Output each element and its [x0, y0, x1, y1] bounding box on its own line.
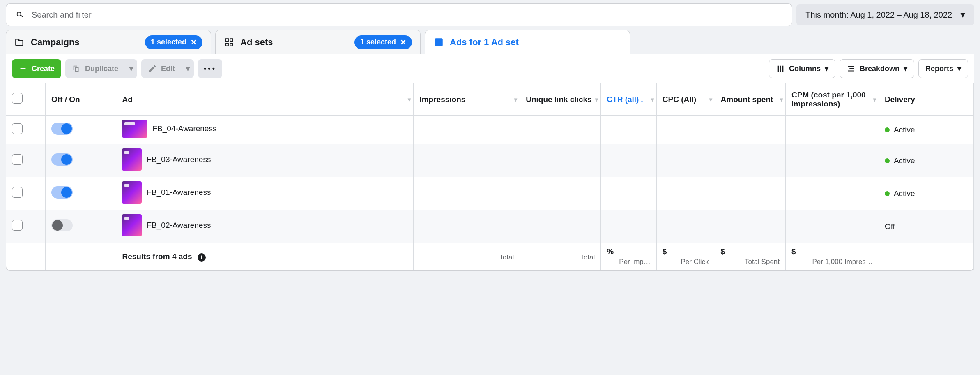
chevron-down-icon: ▾	[904, 64, 907, 73]
checkbox[interactable]	[12, 123, 23, 134]
reports-button[interactable]: Reports ▾	[918, 59, 968, 78]
columns-icon	[776, 64, 785, 73]
checkbox[interactable]	[12, 187, 23, 198]
chevron-down-icon: ▾	[595, 96, 598, 103]
adsets-selection-pill[interactable]: 1 selected ✕	[354, 35, 412, 49]
col-select-all[interactable]	[6, 83, 45, 116]
breakdown-icon	[847, 64, 856, 73]
ad-name: FB_03-Awareness	[147, 155, 211, 164]
edit-button[interactable]: Edit	[141, 59, 182, 78]
table-row[interactable]: FB_01-AwarenessActive	[6, 177, 974, 210]
folder-icon	[14, 37, 25, 48]
delivery-cell: Off	[879, 210, 973, 243]
chevron-down-icon: ▾	[186, 64, 190, 73]
delivery-cell: Active	[879, 116, 973, 144]
more-icon: •••	[204, 65, 216, 73]
col-ad[interactable]: Ad▾	[116, 83, 414, 116]
date-range-label: This month: Aug 1, 2022 – Aug 18, 2022	[805, 10, 952, 20]
columns-button[interactable]: Columns ▾	[769, 59, 835, 78]
toggle-switch[interactable]	[51, 219, 73, 231]
checkbox[interactable]	[12, 154, 23, 165]
toggle-switch[interactable]	[51, 153, 73, 166]
create-button[interactable]: Create	[12, 59, 61, 78]
chevron-down-icon: ▾	[408, 96, 411, 103]
chevron-down-icon: ▾	[957, 64, 961, 73]
ad-thumbnail	[122, 214, 142, 236]
status-dot-active	[885, 158, 890, 163]
col-unique-link-clicks[interactable]: Unique link clicks▾	[520, 83, 601, 116]
edit-dropdown[interactable]: ▾	[182, 59, 194, 78]
search-icon	[15, 10, 24, 19]
tab-label: Ad sets	[240, 37, 273, 48]
ad-cell[interactable]: FB_03-Awareness	[122, 148, 211, 171]
table-row[interactable]: FB_03-AwarenessActive	[6, 144, 974, 177]
chevron-down-icon: ▼	[959, 10, 967, 20]
col-ctr[interactable]: CTR (all)↓▾	[601, 83, 657, 116]
duplicate-icon	[72, 64, 81, 73]
checkbox[interactable]	[12, 93, 23, 104]
ad-name: FB_04-Awareness	[152, 124, 216, 133]
tab-label: Ads for 1 Ad set	[450, 37, 519, 48]
status-dot-active	[885, 127, 890, 132]
ad-icon	[433, 37, 444, 48]
results-summary: Results from 4 ads i	[116, 243, 414, 271]
chevron-down-icon: ▾	[873, 96, 876, 103]
chevron-down-icon: ▾	[825, 64, 828, 73]
ad-cell[interactable]: FB_04-Awareness	[122, 120, 216, 138]
grid-icon	[224, 37, 235, 48]
col-offon: Off / On	[45, 83, 116, 116]
tab-ads[interactable]: Ads for 1 Ad set	[425, 30, 630, 54]
chevron-down-icon: ▾	[129, 64, 133, 73]
ad-cell[interactable]: FB_01-Awareness	[122, 181, 211, 204]
toggle-switch[interactable]	[51, 186, 73, 199]
ad-name: FB_02-Awareness	[147, 221, 211, 230]
chevron-down-icon: ▾	[780, 96, 783, 103]
col-cpm[interactable]: CPM (cost per 1,000 impressions)▾	[786, 83, 879, 116]
pencil-icon	[148, 64, 157, 73]
ad-thumbnail	[122, 181, 142, 204]
chevron-down-icon: ▾	[709, 96, 712, 103]
col-impressions[interactable]: Impressions▾	[414, 83, 520, 116]
date-range-picker[interactable]: This month: Aug 1, 2022 – Aug 18, 2022 ▼	[796, 4, 974, 25]
chevron-down-icon: ▾	[514, 96, 517, 103]
col-delivery[interactable]: Delivery	[879, 83, 973, 116]
table-row[interactable]: FB_02-AwarenessOff	[6, 210, 974, 243]
info-icon[interactable]: i	[198, 253, 206, 262]
checkbox[interactable]	[12, 220, 23, 231]
table-row[interactable]: FB_04-AwarenessActive	[6, 116, 974, 144]
ad-name: FB_01-Awareness	[147, 188, 211, 197]
close-icon[interactable]: ✕	[400, 38, 406, 47]
svg-rect-0	[435, 38, 443, 46]
duplicate-button[interactable]: Duplicate	[65, 59, 125, 78]
ad-thumbnail	[122, 120, 147, 138]
search-input[interactable]	[32, 10, 783, 20]
plus-icon	[18, 64, 28, 73]
ads-table: Off / On Ad▾ Impressions▾ Unique link cl…	[6, 83, 974, 270]
tab-campaigns[interactable]: Campaigns 1 selected ✕	[6, 30, 211, 54]
sort-desc-icon: ↓	[640, 97, 643, 103]
campaigns-selection-pill[interactable]: 1 selected ✕	[145, 35, 202, 49]
chevron-down-icon: ▾	[651, 96, 654, 103]
more-button[interactable]: •••	[198, 59, 222, 78]
toggle-switch[interactable]	[51, 123, 73, 135]
col-amount-spent[interactable]: Amount spent▾	[715, 83, 786, 116]
tab-adsets[interactable]: Ad sets 1 selected ✕	[215, 30, 421, 54]
ad-thumbnail	[122, 148, 142, 171]
col-cpc[interactable]: CPC (All)▾	[656, 83, 715, 116]
breakdown-button[interactable]: Breakdown ▾	[840, 59, 914, 78]
tab-label: Campaigns	[31, 37, 80, 48]
delivery-cell: Active	[879, 144, 973, 177]
delivery-cell: Active	[879, 177, 973, 210]
close-icon[interactable]: ✕	[191, 38, 197, 47]
search-box[interactable]	[6, 3, 792, 26]
ad-cell[interactable]: FB_02-Awareness	[122, 214, 211, 236]
duplicate-dropdown[interactable]: ▾	[125, 59, 137, 78]
status-dot-active	[885, 191, 890, 196]
